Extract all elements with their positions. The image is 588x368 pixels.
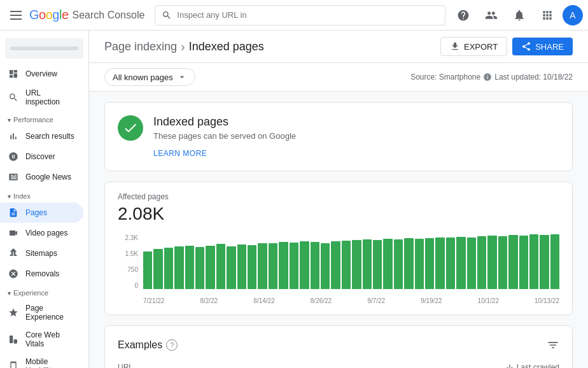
source-info: Source: Smartphone Last updated: 10/18/2… bbox=[410, 73, 573, 81]
discover-icon bbox=[8, 151, 19, 162]
core-web-vitals-icon bbox=[8, 334, 19, 345]
filter-chip[interactable]: All known pages bbox=[104, 68, 195, 86]
indexed-description: These pages can be served on Google bbox=[153, 131, 296, 141]
header-actions: EXPORT SHARE bbox=[440, 37, 573, 56]
chart-bar bbox=[331, 241, 340, 289]
search-input[interactable] bbox=[177, 10, 438, 20]
chart-bar bbox=[540, 235, 549, 289]
sidebar-item-url-inspection[interactable]: URL inspection bbox=[0, 84, 83, 111]
sidebar-item-video-pages[interactable]: Video pages bbox=[0, 223, 83, 243]
breadcrumb: Page indexing › Indexed pages bbox=[104, 39, 264, 54]
chart-bar bbox=[195, 247, 204, 289]
chart-bar bbox=[456, 237, 465, 289]
help-icon bbox=[457, 9, 470, 22]
sidebar-item-page-experience[interactable]: Page Experience bbox=[0, 299, 83, 326]
section-experience[interactable]: ▾ Experience bbox=[0, 284, 88, 299]
mobile-usability-label: Mobile Usability bbox=[25, 357, 76, 368]
search-results-icon bbox=[8, 131, 19, 142]
removals-label: Removals bbox=[25, 269, 59, 278]
section-performance[interactable]: ▾ Performance bbox=[0, 111, 88, 126]
chart-bar bbox=[279, 242, 288, 289]
notifications-button[interactable] bbox=[507, 3, 532, 28]
index-arrow: ▾ bbox=[8, 193, 11, 200]
chart-bar bbox=[477, 236, 486, 289]
people-icon bbox=[485, 9, 498, 22]
indexed-card: Indexed pages These pages can be served … bbox=[104, 102, 573, 171]
chart-bar bbox=[311, 242, 319, 289]
chart-bar bbox=[206, 246, 214, 289]
check-icon bbox=[118, 115, 143, 141]
people-button[interactable] bbox=[479, 3, 504, 28]
hamburger-menu[interactable] bbox=[10, 8, 25, 23]
help-button[interactable] bbox=[451, 3, 476, 28]
avatar[interactable]: A bbox=[563, 5, 583, 25]
chart-bar bbox=[164, 248, 173, 289]
sidebar: Overview URL inspection ▾ Performance Se… bbox=[0, 31, 89, 368]
chart-bar bbox=[404, 238, 413, 289]
chart-bar bbox=[258, 243, 267, 289]
filter-bar: All known pages Source: Smartphone Last … bbox=[89, 63, 588, 92]
chart-bar bbox=[342, 241, 351, 289]
google-news-icon bbox=[8, 171, 19, 183]
sort-icon bbox=[505, 363, 514, 368]
pages-icon bbox=[8, 207, 19, 218]
filter-dropdown-icon bbox=[177, 72, 187, 82]
examples-card: Examples ? URL Last crawled Oct 18, 2022… bbox=[104, 325, 573, 368]
property-selector[interactable] bbox=[5, 38, 83, 59]
chart-bar bbox=[185, 246, 194, 289]
share-button[interactable]: SHARE bbox=[512, 38, 573, 55]
examples-header: Examples ? bbox=[118, 339, 559, 351]
chart-card: Affected pages 2.08K 2.3K 1.5K 750 0 7/2… bbox=[104, 181, 573, 315]
sidebar-item-search-results[interactable]: Search results bbox=[0, 126, 83, 146]
section-index[interactable]: ▾ Index bbox=[0, 187, 88, 202]
sitemaps-icon bbox=[8, 248, 19, 259]
chart-bar bbox=[498, 236, 507, 289]
x-label: 10/13/22 bbox=[535, 297, 559, 304]
page-header: Page indexing › Indexed pages EXPORT SHA… bbox=[89, 31, 588, 63]
chart-bar bbox=[425, 238, 434, 289]
y-label-0: 2.3K bbox=[125, 234, 138, 241]
search-results-label: Search results bbox=[25, 132, 74, 141]
apps-icon bbox=[541, 9, 554, 22]
chart-bars bbox=[143, 234, 559, 289]
sidebar-item-sitemaps[interactable]: Sitemaps bbox=[0, 243, 83, 264]
breadcrumb-sep: › bbox=[181, 39, 185, 54]
search-bar[interactable] bbox=[155, 5, 445, 25]
sidebar-item-core-web-vitals[interactable]: Core Web Vitals bbox=[0, 326, 83, 353]
sitemaps-label: Sitemaps bbox=[25, 249, 57, 258]
chart-bar bbox=[352, 240, 361, 289]
google-news-label: Google News bbox=[25, 173, 71, 181]
overview-label: Overview bbox=[25, 69, 57, 78]
sidebar-item-pages[interactable]: Pages bbox=[0, 202, 83, 223]
sidebar-item-discover[interactable]: Discover bbox=[0, 146, 83, 167]
chart-y-labels: 2.3K 1.5K 750 0 bbox=[118, 234, 141, 289]
sidebar-item-overview[interactable]: Overview bbox=[0, 64, 83, 84]
sidebar-item-google-news[interactable]: Google News bbox=[0, 167, 83, 187]
learn-more-link[interactable]: LEARN MORE bbox=[153, 149, 207, 158]
filter-sort-icon[interactable] bbox=[547, 339, 559, 351]
updated-text: Last updated: 10/18/22 bbox=[494, 73, 573, 81]
apps-button[interactable] bbox=[535, 3, 560, 28]
bell-icon bbox=[513, 9, 526, 22]
discover-label: Discover bbox=[25, 152, 55, 161]
chart-bar bbox=[269, 243, 277, 289]
chart-bar bbox=[394, 239, 403, 289]
google-logo: Google bbox=[29, 8, 69, 22]
export-label: EXPORT bbox=[464, 42, 498, 52]
export-button[interactable]: EXPORT bbox=[440, 37, 507, 56]
examples-info-icon[interactable]: ? bbox=[166, 339, 178, 351]
app-name: Search Console bbox=[73, 10, 145, 21]
date-col-header: Last crawled bbox=[470, 363, 559, 368]
chart-bar bbox=[467, 237, 476, 289]
source-text: Source: Smartphone bbox=[410, 73, 480, 81]
sidebar-item-mobile-usability[interactable]: Mobile Usability bbox=[0, 353, 83, 368]
chart-bar bbox=[248, 245, 256, 289]
x-label: 9/7/22 bbox=[367, 297, 385, 304]
sidebar-item-removals[interactable]: Removals bbox=[0, 264, 83, 284]
chart-bar bbox=[290, 243, 298, 289]
affected-label: Affected pages bbox=[118, 192, 559, 201]
main-layout: Overview URL inspection ▾ Performance Se… bbox=[0, 31, 588, 368]
removals-icon bbox=[8, 268, 19, 280]
y-label-2: 750 bbox=[127, 266, 138, 273]
video-pages-icon bbox=[8, 227, 19, 239]
